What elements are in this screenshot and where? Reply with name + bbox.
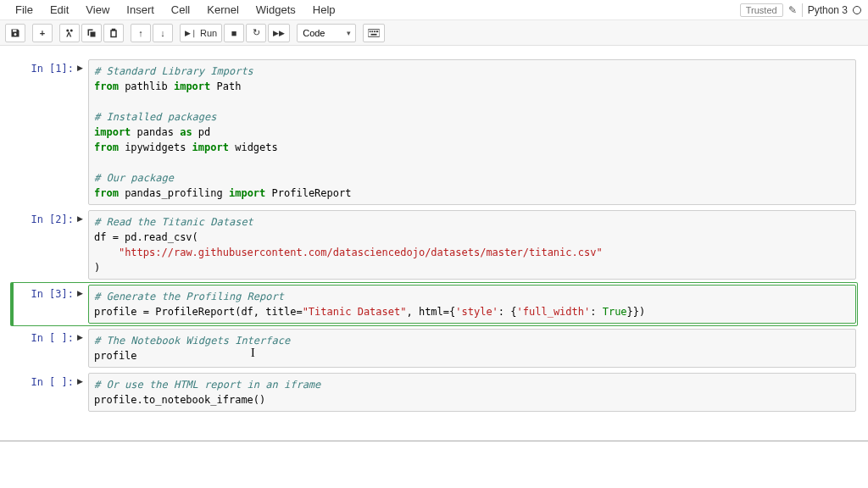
code-cell[interactable]: In [3]: ▶ # Generate the Profiling Repor… <box>12 283 856 325</box>
svg-rect-1 <box>370 30 371 32</box>
move-down-button[interactable]: ↓ <box>153 24 173 42</box>
menu-file[interactable]: File <box>7 2 42 18</box>
interrupt-button[interactable]: ■ <box>224 24 244 42</box>
celltype-value: Code <box>303 28 325 38</box>
collapse-icon[interactable]: ▶ <box>77 376 83 385</box>
divider <box>802 3 803 17</box>
svg-rect-0 <box>368 29 380 36</box>
arrow-up-icon: ↑ <box>138 28 143 38</box>
input-prompt: In [1]: <box>31 63 74 75</box>
paste-button[interactable] <box>103 24 124 42</box>
code-content[interactable]: # Standard Library Imports from pathlib … <box>94 64 850 201</box>
kernel-name[interactable]: Python 3 <box>808 4 848 16</box>
menu-view[interactable]: View <box>77 2 118 18</box>
svg-rect-3 <box>374 30 376 32</box>
restart-icon: ↻ <box>253 27 260 38</box>
scissors-icon <box>64 28 75 38</box>
input-prompt: In [2]: <box>31 214 74 225</box>
menubar: File Edit View Insert Cell Kernel Widget… <box>0 0 868 20</box>
input-area[interactable]: # The Notebook Widgets Interface profile <box>88 329 856 368</box>
input-prompt: In [3]: <box>31 288 74 300</box>
collapse-icon[interactable]: ▶ <box>77 332 83 341</box>
collapse-icon[interactable]: ▶ <box>77 214 83 223</box>
svg-rect-4 <box>376 30 379 32</box>
code-cell[interactable]: In [ ]: ▶ # Or use the HTML report in an… <box>12 371 856 413</box>
fast-forward-icon: ▶▶ <box>273 29 285 37</box>
text-cursor-icon: I <box>251 347 255 360</box>
notebook-container: In [1]: ▶ # Standard Library Imports fro… <box>0 46 868 441</box>
input-prompt: In [ ]: <box>31 332 74 344</box>
input-prompt: In [ ]: <box>31 376 74 388</box>
move-up-button[interactable]: ↑ <box>131 24 151 42</box>
trusted-badge[interactable]: Trusted <box>740 3 783 17</box>
svg-rect-2 <box>372 30 374 32</box>
code-content[interactable]: # Generate the Profiling Report profile … <box>94 289 850 319</box>
code-content[interactable]: # The Notebook Widgets Interface profile <box>94 333 850 363</box>
menu-kernel[interactable]: Kernel <box>198 2 248 18</box>
code-content[interactable]: # Read the Titanic Dataset df = pd.read_… <box>94 214 850 275</box>
copy-icon <box>86 28 97 38</box>
copy-button[interactable] <box>81 24 102 42</box>
code-cell[interactable]: In [ ]: ▶ # The Notebook Widgets Interfa… <box>12 327 856 369</box>
collapse-icon[interactable]: ▶ <box>77 63 83 72</box>
clipboard-icon <box>108 28 119 38</box>
celltype-select[interactable]: Code <box>297 24 356 42</box>
code-content[interactable]: # Or use the HTML report in an iframe pr… <box>94 377 850 408</box>
add-cell-button[interactable]: + <box>32 24 53 42</box>
arrow-down-icon: ↓ <box>160 28 165 38</box>
menu-help[interactable]: Help <box>304 2 344 18</box>
restart-run-all-button[interactable]: ▶▶ <box>268 24 290 42</box>
save-button[interactable] <box>5 24 25 42</box>
menu-cell[interactable]: Cell <box>163 2 198 18</box>
kernel-idle-icon <box>853 6 861 14</box>
run-label: Run <box>200 28 217 38</box>
menu-edit[interactable]: Edit <box>42 2 77 18</box>
floppy-icon <box>10 28 20 38</box>
menu-widgets[interactable]: Widgets <box>248 2 304 18</box>
pencil-icon[interactable]: ✎ <box>788 4 797 16</box>
code-cell[interactable]: In [2]: ▶ # Read the Titanic Dataset df … <box>12 208 856 281</box>
svg-rect-5 <box>371 33 377 35</box>
command-palette-button[interactable] <box>363 24 385 42</box>
menu-insert[interactable]: Insert <box>118 2 163 18</box>
run-icon: ▶❘ <box>185 29 198 37</box>
restart-button[interactable]: ↻ <box>246 24 266 42</box>
collapse-icon[interactable]: ▶ <box>77 288 83 297</box>
input-area[interactable]: # Standard Library Imports from pathlib … <box>88 59 856 205</box>
cut-button[interactable] <box>59 24 80 42</box>
keyboard-icon <box>368 29 380 37</box>
toolbar: + ↑ ↓ ▶❘ Run ■ ↻ ▶▶ <box>0 20 868 46</box>
run-button[interactable]: ▶❘ Run <box>180 24 222 42</box>
stop-icon: ■ <box>231 28 237 38</box>
input-area[interactable]: # Or use the HTML report in an iframe pr… <box>88 373 856 412</box>
input-area[interactable]: # Generate the Profiling Report profile … <box>88 285 856 324</box>
input-area[interactable]: # Read the Titanic Dataset df = pd.read_… <box>88 210 856 280</box>
code-cell[interactable]: In [1]: ▶ # Standard Library Imports fro… <box>12 58 856 207</box>
